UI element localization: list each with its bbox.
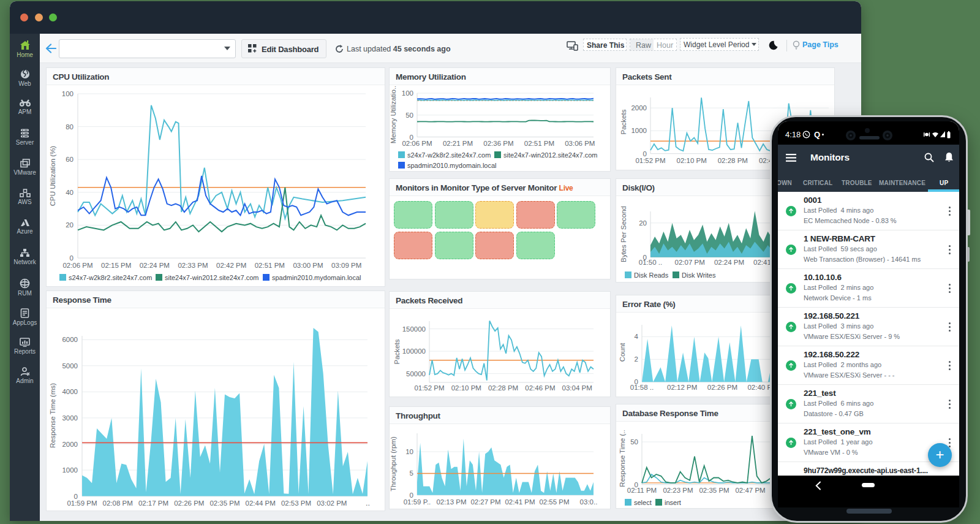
svg-text:150000: 150000 [402, 325, 426, 333]
svg-text:Bytes Per Second: Bytes Per Second [620, 206, 627, 262]
svg-text:4000: 4000 [62, 388, 78, 395]
svg-text:5: 5 [410, 469, 413, 477]
svg-text:10: 10 [405, 448, 413, 455]
svg-text:2: 2 [635, 355, 638, 363]
svg-text:02:35 PM: 02:35 PM [699, 487, 729, 494]
svg-text:02:11 PM: 02:11 PM [627, 487, 657, 494]
svg-text:02:33 PM: 02:33 PM [178, 262, 208, 269]
svg-text:50: 50 [630, 438, 638, 446]
svg-text:60: 60 [66, 156, 74, 163]
svg-text:20: 20 [66, 221, 74, 229]
svg-text:site24x7-win2012.site24x7.com: site24x7-win2012.site24x7.com [165, 274, 258, 281]
svg-text:02:21 PM: 02:21 PM [443, 140, 473, 147]
svg-text:02:47 PM: 02:47 PM [735, 487, 765, 494]
svg-text:6000: 6000 [62, 336, 78, 343]
svg-text:50: 50 [405, 112, 413, 119]
svg-text:02:13 PM: 02:13 PM [436, 498, 466, 506]
svg-text:03:06 PM: 03:06 PM [565, 140, 595, 147]
svg-text:02:55 PM: 02:55 PM [539, 498, 569, 506]
svg-text:01:59 P..: 01:59 P.. [404, 498, 431, 506]
svg-text:03:09 PM: 03:09 PM [331, 262, 361, 269]
svg-text:02:26 PM: 02:26 PM [174, 499, 204, 507]
svg-text:s24x7-w2k8r2.site24x7.com: s24x7-w2k8r2.site24x7.com [69, 274, 152, 281]
svg-text:40: 40 [66, 189, 74, 196]
svg-text:02:51 PM: 02:51 PM [255, 262, 285, 269]
svg-text:02:12 PM: 02:12 PM [667, 384, 697, 391]
svg-text:02:41 PM: 02:41 PM [505, 498, 535, 506]
svg-text:50000: 50000 [406, 370, 426, 378]
svg-text:s24x7-w2k8r2.site24x7.com: s24x7-w2k8r2.site24x7.com [407, 151, 491, 159]
svg-text:Throughput (rpm): Throughput (rpm) [390, 436, 397, 492]
svg-text:1000: 1000 [631, 127, 647, 134]
svg-text:02:27 PM: 02:27 PM [470, 498, 500, 506]
svg-text:02:08 PM: 02:08 PM [103, 499, 133, 507]
svg-text:02:23 PM: 02:23 PM [663, 487, 693, 494]
svg-text:0: 0 [70, 254, 74, 262]
svg-text:80: 80 [66, 123, 74, 131]
svg-text:02:10 PM: 02:10 PM [677, 157, 707, 164]
svg-text:03:02 PM: 03:02 PM [317, 499, 347, 507]
svg-text:02:15 PM: 02:15 PM [101, 262, 131, 269]
svg-text:select: select [634, 499, 652, 506]
svg-text:Count: Count [619, 343, 626, 362]
svg-text:02:06 PM: 02:06 PM [402, 140, 432, 147]
svg-text:Disk Writes: Disk Writes [682, 271, 716, 279]
svg-text:01:52 PM: 01:52 PM [414, 384, 444, 392]
svg-text:spadmin2010.mydomain.local: spadmin2010.mydomain.local [272, 274, 361, 281]
svg-text:3000: 3000 [62, 414, 78, 422]
svg-text:02:28 PM: 02:28 PM [718, 157, 748, 164]
svg-text:01:52 PM: 01:52 PM [635, 157, 665, 164]
svg-text:Response Time (ms): Response Time (ms) [49, 383, 56, 448]
svg-text:03:00 PM: 03:00 PM [293, 262, 323, 269]
svg-text:Disk Reads: Disk Reads [634, 271, 669, 279]
svg-text:0: 0 [643, 150, 647, 158]
svg-text:02:51 PM: 02:51 PM [524, 140, 554, 147]
svg-text:2000: 2000 [631, 104, 647, 112]
svg-text:100000: 100000 [402, 347, 426, 355]
svg-text:CPU Utilization (%): CPU Utilization (%) [49, 146, 56, 207]
svg-text:01:58 ..: 01:58 .. [630, 384, 654, 391]
svg-text:site24x7-win2012.site24x7.com: site24x7-win2012.site24x7.com [503, 151, 597, 159]
svg-text:02:26 PM: 02:26 PM [707, 384, 737, 391]
svg-text:01:59 PM: 01:59 PM [67, 499, 97, 507]
svg-text:..: .. [366, 499, 370, 507]
svg-text:Packets: Packets [393, 339, 401, 364]
svg-text:0: 0 [74, 493, 78, 500]
svg-text:4: 4 [635, 333, 639, 340]
svg-text:02:44 PM: 02:44 PM [246, 499, 276, 507]
svg-text:02:24 PM: 02:24 PM [140, 262, 170, 269]
svg-text:01:50 ..: 01:50 .. [639, 259, 662, 266]
svg-text:spadmin2010.mydomain.local: spadmin2010.mydomain.local [407, 162, 497, 169]
svg-text:5000: 5000 [62, 362, 78, 370]
svg-text:02:24 PM: 02:24 PM [714, 259, 744, 266]
svg-text:02:17 PM: 02:17 PM [138, 499, 168, 507]
svg-text:02:36 PM: 02:36 PM [483, 140, 513, 147]
svg-text:Memory Utilizatio..: Memory Utilizatio.. [390, 86, 397, 144]
svg-text:100: 100 [402, 89, 413, 97]
svg-text:02:10 PM: 02:10 PM [451, 384, 481, 392]
svg-text:02:07 PM: 02:07 PM [675, 259, 705, 266]
svg-text:1000: 1000 [62, 466, 78, 474]
svg-text:2000: 2000 [62, 441, 78, 448]
svg-text:03:04 PM: 03:04 PM [562, 384, 592, 392]
svg-text:Response Time (..: Response Time (.. [619, 430, 626, 487]
svg-text:02:53 PM: 02:53 PM [281, 499, 311, 507]
svg-text:0: 0 [410, 492, 413, 499]
svg-text:100: 100 [62, 90, 74, 97]
svg-text:03:0..: 03:0.. [580, 498, 598, 506]
svg-text:02:28 PM: 02:28 PM [488, 384, 518, 392]
svg-text:02:46 PM: 02:46 PM [525, 384, 555, 392]
svg-text:Packets: Packets [620, 109, 627, 134]
svg-text:02:42 PM: 02:42 PM [216, 262, 246, 269]
svg-text:insert: insert [665, 499, 681, 506]
svg-text:02:06 PM: 02:06 PM [62, 262, 92, 269]
svg-text:20: 20 [639, 219, 647, 227]
svg-text:02:35 PM: 02:35 PM [209, 499, 239, 507]
